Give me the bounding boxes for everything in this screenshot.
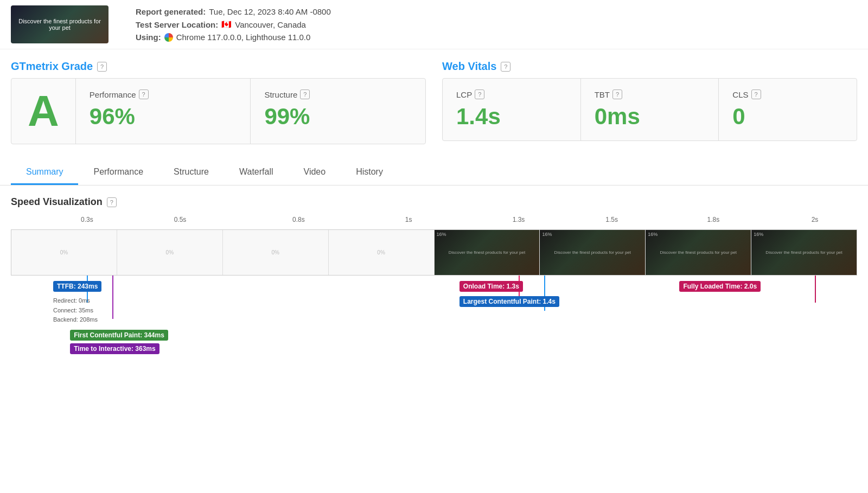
lcp-value: 1.4s [456,104,567,130]
fcp-vline [112,276,113,319]
test-server-value: Vancouver, Canada [235,20,306,29]
filmstrip-frame-1: 0% [11,230,117,275]
frame-percent-3: 0% [271,249,279,255]
report-generated-value: Tue, Dec 12, 2023 8:40 AM -0800 [209,7,331,16]
time-marker-6: 1.8s [707,216,719,223]
ttfb-label: TTFB: 243ms [53,281,101,292]
grade-letter: A [28,89,59,133]
gtmetrix-grade-title: GTmetrix Grade ? [11,60,426,73]
flt-label: Fully Loaded Time: 2.0s [679,281,761,292]
content-section: Speed Visualization ? 0.3s 0.5s 0.8s 1s … [0,185,868,384]
onload-label: Onload Time: 1.3s [459,281,523,292]
gtmetrix-grade-card: A Performance ? 96% Structure ? 99% [11,78,426,144]
flag-icon: 🇨🇦 [221,20,232,29]
frame-percent-7: 16% [648,232,658,237]
frame-percent-1: 0% [60,249,68,255]
speed-viz-title: Speed Visualization ? [11,196,857,208]
frame-percent-4: 0% [377,249,385,255]
frame-content-5: Discover the finest products for your pe… [448,249,526,256]
frame-percent-5: 16% [437,232,446,237]
time-markers-row: 0.3s 0.5s 0.8s 1s 1.3s 1.5s 1.8s 2s [11,216,857,228]
speed-viz-help[interactable]: ? [107,197,117,207]
report-generated-row: Report generated: Tue, Dec 12, 2023 8:40… [136,7,331,16]
tab-summary[interactable]: Summary [11,161,78,185]
gtmetrix-grade-help[interactable]: ? [97,62,107,72]
ttfb-details: Redirect: 0ms Connect: 35ms Backend: 208… [53,296,98,325]
time-marker-2: 0.8s [292,216,305,223]
grades-section: GTmetrix Grade ? A Performance ? 96% Str… [0,49,868,150]
web-vitals-panel: Web Vitals ? LCP ? 1.4s TBT ? 0ms CLS [442,60,857,144]
performance-metric: Performance ? 96% [76,79,251,144]
using-label: Using: [136,33,161,42]
report-info: Report generated: Tue, Dec 12, 2023 8:40… [136,7,331,42]
frame-content-6: Discover the finest products for your pe… [553,249,632,256]
structure-help[interactable]: ? [300,89,310,99]
grade-metrics: Performance ? 96% Structure ? 99% [76,79,425,144]
filmstrip-frame-5: 16% Discover the finest products for you… [435,230,540,275]
frame-content-8: Discover the finest products for your pe… [764,249,843,256]
speed-viz-wrapper: 0.3s 0.5s 0.8s 1s 1.3s 1.5s 1.8s 2s 0% 0… [11,216,857,373]
performance-label: Performance ? [90,89,237,99]
cls-metric: CLS ? 0 [719,79,857,140]
tbt-label: TBT ? [595,89,705,99]
using-row: Using: Chrome 117.0.0.0, Lighthouse 11.0… [136,33,331,42]
test-server-row: Test Server Location: 🇨🇦 Vancouver, Cana… [136,20,331,29]
tbt-metric: TBT ? 0ms [581,79,719,140]
tabs: Summary Performance Structure Waterfall … [11,161,857,185]
gtmetrix-grade-panel: GTmetrix Grade ? A Performance ? 96% Str… [11,60,426,144]
tab-history[interactable]: History [341,161,398,185]
top-bar: Discover the finest products for your pe… [0,0,868,49]
filmstrip-frame-2: 0% [117,230,223,275]
web-vitals-card: LCP ? 1.4s TBT ? 0ms CLS ? 0 [442,78,857,141]
web-vitals-title: Web Vitals ? [442,60,857,73]
timeline-annotations: TTFB: 243ms Redirect: 0ms Connect: 35ms … [11,276,857,373]
tti-label: Time to Interactive: 363ms [70,343,159,354]
filmstrip-frame-7: 16% Discover the finest products for you… [646,230,751,275]
filmstrip-frame-6: 16% Discover the finest products for you… [540,230,646,275]
fcp-label: First Contentful Paint: 344ms [70,330,168,341]
filmstrip-frame-4: 0% [329,230,435,275]
cls-help[interactable]: ? [751,89,761,99]
time-marker-5: 1.5s [605,216,618,223]
tab-video[interactable]: Video [289,161,341,185]
performance-help[interactable]: ? [139,89,149,99]
lcp-label: LCP ? [456,89,567,99]
lcp-help[interactable]: ? [475,89,484,99]
speed-viz-inner: 0.3s 0.5s 0.8s 1s 1.3s 1.5s 1.8s 2s 0% 0… [11,216,857,373]
tab-waterfall[interactable]: Waterfall [224,161,289,185]
site-thumbnail: Discover the finest products for your pe… [11,5,108,43]
filmstrip-frame-3: 0% [223,230,329,275]
frame-content-7: Discover the finest products for your pe… [659,249,737,256]
structure-value: 99% [264,104,412,130]
lcp-metric: LCP ? 1.4s [443,79,581,140]
time-marker-0: 0.3s [81,216,93,223]
chrome-icon [164,33,173,42]
ttfb-backend: Backend: 208ms [53,315,98,325]
ttfb-redirect: Redirect: 0ms [53,296,98,306]
lcp-annotation-label: Largest Contentful Paint: 1.4s [459,296,559,307]
tbt-value: 0ms [595,104,705,130]
filmstrip-row: 0% 0% 0% 0% 16% Discover the finest prod… [11,229,857,276]
tab-performance[interactable]: Performance [78,161,158,185]
performance-value: 96% [90,104,237,130]
test-server-label: Test Server Location: [136,20,218,29]
frame-percent-6: 16% [542,232,552,237]
flt-vline [815,276,816,303]
structure-metric: Structure ? 99% [251,79,425,144]
tbt-help[interactable]: ? [612,89,622,99]
time-marker-7: 2s [812,216,819,223]
cls-value: 0 [732,104,843,130]
time-marker-3: 1s [405,216,412,223]
tab-structure[interactable]: Structure [158,161,224,185]
time-marker-1: 0.5s [174,216,187,223]
tabs-section: Summary Performance Structure Waterfall … [0,150,868,185]
frame-percent-8: 16% [754,232,763,237]
web-vitals-help[interactable]: ? [501,62,510,72]
cls-label: CLS ? [732,89,843,99]
using-value: Chrome 117.0.0.0, Lighthouse 11.0.0 [176,33,311,42]
ttfb-connect: Connect: 35ms [53,306,98,316]
frame-percent-2: 0% [166,249,174,255]
time-marker-4: 1.3s [513,216,525,223]
report-generated-label: Report generated: [136,7,206,16]
structure-label: Structure ? [264,89,412,99]
